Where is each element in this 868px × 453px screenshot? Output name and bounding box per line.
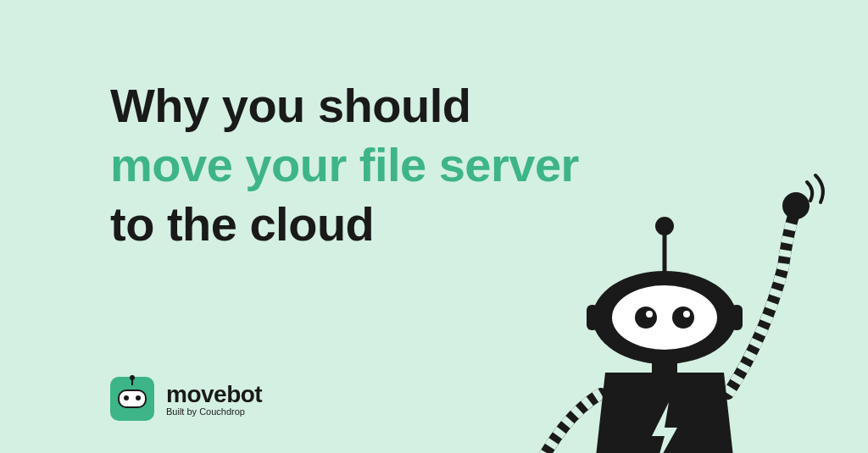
robot-head <box>587 271 743 364</box>
logo-text-block: movebot Built by Couchdrop <box>166 381 262 417</box>
svg-point-5 <box>635 307 657 329</box>
svg-point-8 <box>683 311 690 318</box>
robot-body <box>593 373 737 453</box>
svg-point-7 <box>646 311 653 318</box>
svg-point-6 <box>672 307 694 329</box>
robot-head-icon <box>118 389 147 408</box>
logo-tagline: Built by Couchdrop <box>166 406 262 417</box>
robot-right-arm <box>728 175 823 394</box>
robot-antenna <box>655 217 674 275</box>
svg-rect-9 <box>587 305 598 330</box>
logo-icon <box>110 377 154 421</box>
robot-mascot-illustration <box>495 165 834 453</box>
banner-container: Why you should move your file server to … <box>0 0 868 453</box>
svg-point-0 <box>782 192 810 219</box>
svg-point-2 <box>655 217 674 235</box>
headline-line-1: Why you should <box>110 79 470 132</box>
svg-rect-10 <box>731 305 743 330</box>
svg-point-4 <box>612 285 717 350</box>
robot-antenna-icon <box>131 378 133 385</box>
headline-line-3: to the cloud <box>110 197 374 251</box>
robot-left-arm <box>533 394 601 453</box>
logo-name: movebot <box>166 381 262 408</box>
brand-logo: movebot Built by Couchdrop <box>110 377 262 421</box>
